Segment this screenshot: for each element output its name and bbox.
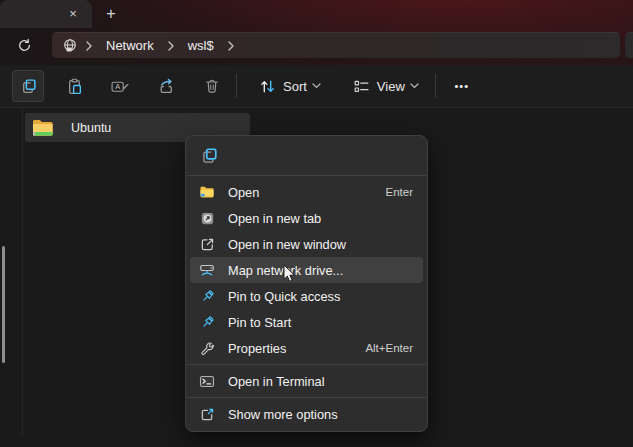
- menu-item-label: Open in Terminal: [228, 374, 413, 389]
- nav-pane-scrollbar[interactable]: [2, 246, 5, 363]
- command-bar: A: [0, 65, 633, 108]
- menu-item-pin-to-start[interactable]: Pin to Start: [190, 309, 423, 335]
- context-menu: Open Enter Open in new tab: [185, 135, 428, 432]
- menu-item-shortcut: Alt+Enter: [365, 342, 413, 354]
- trash-icon: [204, 78, 220, 94]
- explorer-tab[interactable]: ×: [0, 0, 92, 28]
- file-name: Ubuntu: [71, 121, 111, 135]
- context-menu-quick-actions: [186, 140, 427, 172]
- new-tab-button[interactable]: +: [101, 4, 121, 24]
- paste-button[interactable]: [58, 70, 90, 102]
- menu-item-open-in-terminal[interactable]: Open in Terminal: [190, 368, 423, 394]
- nav-pane-divider: [22, 108, 23, 435]
- new-tab-icon: [199, 210, 215, 226]
- copy-icon: [20, 78, 37, 95]
- refresh-button[interactable]: [9, 31, 39, 59]
- folder-icon: [31, 117, 55, 139]
- sort-icon: [259, 78, 276, 95]
- view-button[interactable]: View: [345, 70, 427, 102]
- file-list-area: Ubuntu: [0, 108, 633, 435]
- chevron-right-icon[interactable]: [160, 41, 182, 51]
- menu-item-open-new-window[interactable]: Open in new window: [190, 231, 423, 257]
- menu-separator: [187, 364, 426, 365]
- svg-text:A: A: [115, 82, 120, 91]
- rename-button[interactable]: A: [104, 70, 136, 102]
- chevron-right-icon[interactable]: [220, 41, 242, 51]
- menu-item-label: Open in new window: [228, 237, 413, 252]
- open-folder-icon: [199, 184, 215, 200]
- menu-item-map-network-drive[interactable]: Map network drive...: [190, 257, 423, 283]
- toolbar-separator: [236, 74, 237, 98]
- paste-icon: [66, 78, 83, 95]
- tab-close-icon[interactable]: ×: [64, 5, 82, 23]
- show-more-icon: [199, 406, 215, 422]
- mouse-cursor: [283, 264, 296, 283]
- view-icon: [353, 78, 370, 95]
- chevron-down-icon: [410, 83, 419, 89]
- window-header: × +: [0, 0, 633, 65]
- sort-button[interactable]: Sort: [251, 70, 329, 102]
- delete-button[interactable]: [196, 70, 228, 102]
- menu-item-label: Open: [228, 185, 386, 200]
- breadcrumb-network[interactable]: Network: [100, 36, 160, 55]
- file-explorer-window: × +: [0, 0, 633, 447]
- rename-icon: A: [111, 78, 129, 95]
- menu-item-show-more-options[interactable]: Show more options: [190, 401, 423, 427]
- copy-button[interactable]: [12, 70, 44, 102]
- menu-item-label: Properties: [228, 341, 365, 356]
- share-button[interactable]: [150, 70, 182, 102]
- menu-item-label: Pin to Start: [228, 315, 413, 330]
- address-bar[interactable]: Network wsl$: [52, 32, 620, 58]
- pin-icon: [199, 314, 215, 330]
- search-box-partial[interactable]: [625, 32, 633, 58]
- copy-icon: [200, 147, 218, 165]
- share-icon: [158, 78, 175, 95]
- menu-item-label: Map network drive...: [228, 263, 413, 278]
- menu-item-open[interactable]: Open Enter: [190, 179, 423, 205]
- terminal-icon: [199, 373, 215, 389]
- pin-icon: [199, 288, 215, 304]
- menu-separator: [187, 397, 426, 398]
- refresh-icon: [17, 38, 32, 53]
- ellipsis-icon: •••: [455, 80, 470, 92]
- toolbar-separator: [435, 74, 436, 98]
- chevron-right-icon[interactable]: [78, 41, 100, 51]
- network-drive-icon: [199, 262, 215, 278]
- new-window-icon: [199, 236, 215, 252]
- chevron-down-icon: [312, 83, 321, 89]
- network-globe-icon: [62, 38, 78, 54]
- menu-item-open-new-tab[interactable]: Open in new tab: [190, 205, 423, 231]
- menu-separator: [187, 175, 426, 176]
- see-more-button[interactable]: •••: [446, 70, 478, 102]
- address-row: Network wsl$: [0, 28, 633, 65]
- breadcrumb-wsl[interactable]: wsl$: [182, 36, 220, 55]
- menu-item-label: Pin to Quick access: [228, 289, 413, 304]
- sort-label: Sort: [283, 79, 307, 94]
- tab-bar: × +: [0, 0, 633, 28]
- wrench-icon: [199, 340, 215, 356]
- menu-item-shortcut: Enter: [386, 186, 414, 198]
- menu-item-properties[interactable]: Properties Alt+Enter: [190, 335, 423, 361]
- copy-button[interactable]: [194, 142, 224, 170]
- menu-item-label: Open in new tab: [228, 211, 413, 226]
- view-label: View: [377, 79, 405, 94]
- menu-item-label: Show more options: [228, 407, 413, 422]
- menu-item-pin-quick-access[interactable]: Pin to Quick access: [190, 283, 423, 309]
